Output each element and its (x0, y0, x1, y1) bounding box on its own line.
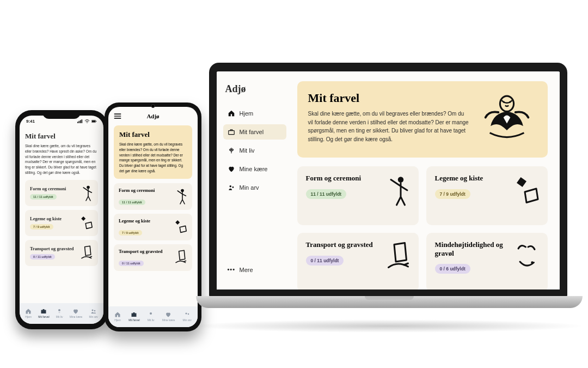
briefcase-icon (228, 128, 235, 136)
hamburger-icon (114, 113, 121, 119)
card-pill: 7 / 9 udfyldt (435, 189, 470, 199)
star-box-icon (514, 174, 539, 207)
svg-point-30 (531, 261, 534, 264)
main-content: Mit farvel Skal dine kære gætte, om du v… (293, 71, 560, 289)
wifi-icon (84, 119, 90, 123)
tab-label: Min arv (182, 318, 191, 322)
phone1-card-legeme[interactable]: Legeme og kiste 7 / 9 udfyldt (25, 210, 98, 236)
nav-home[interactable]: Hjem (223, 106, 286, 121)
svg-point-24 (229, 185, 231, 188)
card-illustration (514, 240, 539, 275)
tab-home[interactable]: Hjem (25, 308, 32, 318)
status-right (77, 119, 97, 123)
heart-icon (72, 308, 79, 315)
svg-point-26 (500, 96, 513, 111)
nav-more[interactable]: ••• Mere (223, 262, 286, 277)
svg-point-23 (230, 150, 232, 152)
star-box-icon (173, 218, 187, 236)
sidebar: Adjø Hjem Mit farvel Mit liv Mine kære (217, 71, 293, 289)
person-arms-icon (173, 188, 187, 205)
phone2-card-legeme[interactable]: Legeme og kiste 7 / 9 udfyldt (114, 214, 192, 240)
card-transport-gravsted[interactable]: Transport og gravsted 0 / 11 udfyldt (297, 233, 419, 289)
phone-notch (42, 110, 81, 119)
svg-point-10 (91, 309, 93, 311)
phone1-content: Mit farvel Skal dine kære gætte, om du v… (20, 126, 103, 266)
tab-arv[interactable]: Min arv (89, 308, 97, 318)
card-title: Legeme og kiste (30, 216, 76, 221)
battery-icon (91, 119, 97, 123)
nav-farvel[interactable]: Mit farvel (223, 124, 286, 140)
headstone-icon (385, 240, 410, 273)
svg-rect-6 (92, 120, 95, 122)
laptop-base (196, 296, 583, 308)
phone1-hero-body: Skal dine kære gætte, om du vil begraves… (25, 143, 98, 176)
phone-camera (151, 104, 155, 108)
signal-icon (77, 119, 83, 123)
hero-banner: Mit farvel Skal dine kære gætte, om du v… (297, 81, 548, 158)
person-arms-icon (79, 184, 93, 202)
phone2-hero: Mit farvel Skal dine kære gætte, om du v… (114, 125, 192, 179)
svg-rect-19 (228, 131, 234, 135)
tab-liv[interactable]: Mit liv (148, 311, 155, 322)
phone2-card-transport[interactable]: Transport og gravsted 0 / 11 udfyldt (114, 244, 192, 271)
svg-rect-7 (96, 120, 96, 121)
person-arms-icon (385, 174, 410, 207)
star-box-icon (79, 214, 93, 232)
phone1-card-transport[interactable]: Transport og gravsted 0 / 11 udfyldt (25, 240, 98, 266)
headstone-icon (79, 244, 93, 262)
phone1-card-form[interactable]: Form og ceremoni 11 / 11 udfyldt (25, 180, 98, 206)
card-pill: 0 / 6 udfyldt (435, 264, 470, 274)
tab-kaere[interactable]: Mine kære (70, 308, 83, 318)
tab-label: Hjem (25, 315, 32, 318)
svg-point-17 (185, 312, 187, 314)
flower-icon (228, 147, 235, 154)
hugging-person-icon (477, 91, 537, 146)
card-pill: 0 / 11 udfyldt (306, 256, 344, 266)
hero-body: Skal dine kære gætte, om du vil begraves… (308, 110, 469, 143)
nav-label: Min arv (240, 184, 259, 191)
phone2-card-list: Form og ceremoni 11 / 11 udfyldt Legeme … (108, 183, 198, 271)
hero-title: Mit farvel (308, 91, 469, 105)
phone2-topbar: Adjø (108, 107, 198, 125)
tab-liv[interactable]: Mit liv (56, 308, 63, 318)
people-icon (184, 311, 191, 318)
nav-label: Mit liv (240, 147, 255, 154)
face-swirl-icon (514, 240, 539, 273)
briefcase-icon (40, 308, 47, 315)
svg-rect-1 (79, 120, 80, 123)
hamburger-button[interactable] (114, 113, 121, 120)
card-pill: 7 / 9 udfyldt (30, 224, 53, 230)
tab-label: Mine kære (70, 315, 83, 318)
home-icon (114, 311, 121, 318)
tab-arv[interactable]: Min arv (182, 311, 191, 322)
card-illustration (514, 174, 539, 209)
card-pill: 11 / 11 udfyldt (306, 189, 347, 199)
card-title: Transport og gravsted (119, 249, 170, 254)
nav-liv[interactable]: Mit liv (223, 143, 286, 158)
home-icon (228, 110, 235, 117)
tab-kaere[interactable]: Mine kære (162, 311, 175, 322)
laptop-shadow (192, 319, 584, 333)
phone1-screen: 9:41 Mit farvel Skal dine kære gætte, om… (20, 116, 103, 324)
briefcase-icon (131, 311, 137, 318)
svg-point-8 (87, 185, 90, 189)
card-minde-gravol[interactable]: Mindehøjtidelighed og gravøl 0 / 6 udfyl… (426, 233, 548, 289)
nav-label: Hjem (240, 110, 254, 117)
tab-farvel[interactable]: Mit farvel (128, 311, 139, 322)
card-title: Legeme og kiste (435, 174, 509, 183)
card-form-ceremoni[interactable]: Form og ceremoni 11 / 11 udfyldt (297, 166, 419, 225)
phone2-card-form[interactable]: Form og ceremoni 11 / 11 udfyldt (114, 183, 192, 210)
nav-arv[interactable]: Min arv (223, 180, 286, 195)
brand-logo: Adjø (223, 83, 286, 95)
tab-home[interactable]: Hjem (114, 311, 121, 322)
card-pill: 11 / 11 udfyldt (30, 194, 57, 200)
more-icon: ••• (228, 266, 235, 274)
tab-farvel[interactable]: Mit farvel (38, 308, 49, 318)
svg-point-15 (181, 189, 184, 192)
laptop-app: Adjø Hjem Mit farvel Mit liv Mine kære (217, 71, 560, 289)
hero-illustration (477, 91, 537, 148)
card-legeme-kiste[interactable]: Legeme og kiste 7 / 9 udfyldt (426, 166, 548, 225)
nav-kaere[interactable]: Mine kære (223, 161, 286, 177)
flower-icon (148, 311, 154, 318)
card-pill: 7 / 9 udfyldt (119, 230, 142, 236)
